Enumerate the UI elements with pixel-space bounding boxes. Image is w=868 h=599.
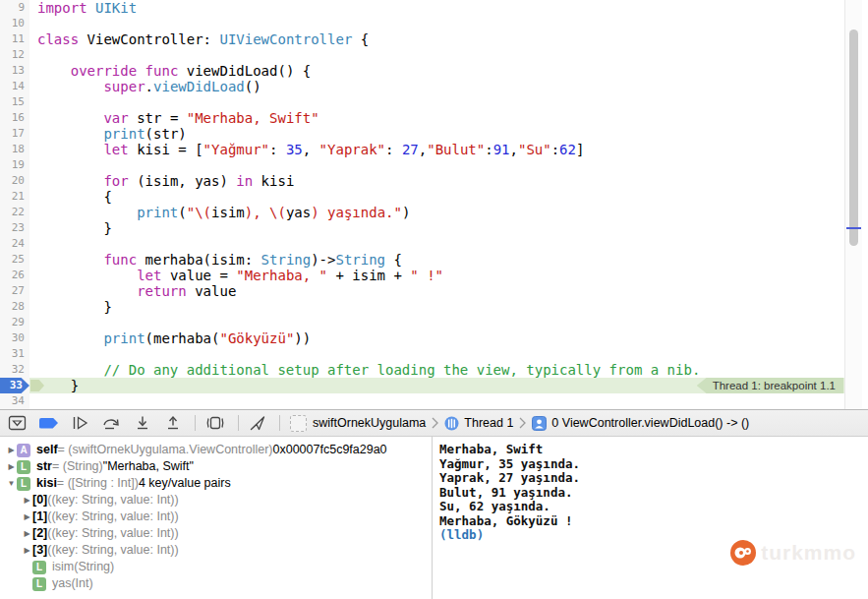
breakpoint-marker[interactable]: 33 bbox=[0, 378, 29, 393]
step-out-button[interactable] bbox=[164, 412, 182, 434]
code-line[interactable]: for (isim, yas) in kisi bbox=[29, 173, 862, 189]
code-line[interactable]: var str = "Merhaba, Swift" bbox=[29, 110, 862, 126]
line-number[interactable]: 10 bbox=[0, 16, 29, 31]
variable-row[interactable]: ▶[1] ((key: String, value: Int)) bbox=[0, 509, 432, 525]
step-into-button[interactable] bbox=[134, 412, 151, 434]
code-line[interactable]: super.viewDidLoad() bbox=[29, 79, 862, 94]
editor-scrollbar[interactable] bbox=[844, 0, 862, 409]
line-number[interactable]: 17 bbox=[0, 126, 29, 142]
line-number[interactable]: 31 bbox=[0, 346, 29, 362]
disclosure-triangle-icon[interactable]: ▶ bbox=[22, 509, 32, 525]
code-line[interactable]: override func viewDidLoad() { bbox=[29, 63, 862, 79]
line-number[interactable]: 28 bbox=[0, 299, 29, 315]
hide-debug-area-button[interactable] bbox=[8, 412, 27, 434]
disclosure-triangle-icon[interactable]: ▶ bbox=[22, 542, 32, 559]
code-line[interactable] bbox=[29, 94, 862, 110]
disclosure-triangle-icon[interactable]: ▶ bbox=[22, 492, 32, 509]
activate-breakpoints-button[interactable] bbox=[39, 412, 58, 434]
scrollbar-thumb[interactable] bbox=[849, 30, 858, 246]
disclosure-triangle-icon[interactable]: ▶ bbox=[22, 525, 32, 542]
console-line: Yaprak, 27 yaşında. bbox=[439, 471, 868, 486]
variable-type: ((key: String, value: Int)) bbox=[47, 509, 178, 525]
variable-row[interactable]: ▶[0] ((key: String, value: Int)) bbox=[0, 492, 432, 509]
variable-row[interactable]: Lyas (Int) bbox=[0, 575, 432, 592]
line-number[interactable]: 27 bbox=[0, 283, 29, 299]
console-line: Merhaba, Gökyüzü ! bbox=[439, 514, 868, 529]
code-line[interactable] bbox=[29, 346, 862, 362]
variable-row[interactable]: Lisim (String) bbox=[0, 559, 432, 575]
code-line[interactable]: func merhaba(isim: String)->String { bbox=[29, 252, 862, 268]
code-line[interactable]: let kisi = ["Yağmur": 35, "Yaprak": 27,"… bbox=[29, 142, 862, 157]
toolbar-separator bbox=[238, 415, 239, 431]
source-editor[interactable]: 9101112131415161718192021222324252627282… bbox=[0, 0, 862, 409]
step-over-icon bbox=[101, 415, 121, 431]
line-number[interactable]: 24 bbox=[0, 236, 29, 252]
code-line[interactable] bbox=[29, 16, 862, 31]
code-line[interactable]: { bbox=[29, 189, 862, 205]
variable-name: [2] bbox=[32, 525, 47, 542]
chevron-right-icon bbox=[519, 417, 526, 429]
variable-name: [3] bbox=[32, 542, 47, 559]
line-number[interactable]: 13 bbox=[0, 63, 29, 79]
line-number[interactable]: 19 bbox=[0, 157, 29, 173]
step-over-button[interactable] bbox=[101, 412, 121, 434]
disclosure-triangle-icon[interactable]: ▶ bbox=[6, 442, 17, 458]
line-number[interactable]: 9 bbox=[0, 0, 29, 16]
breadcrumb-frame[interactable]: 0 ViewController.viewDidLoad() -> () bbox=[551, 416, 749, 430]
continue-button[interactable] bbox=[71, 412, 88, 434]
code-line[interactable]: class ViewController: UIViewController { bbox=[29, 31, 862, 47]
line-number[interactable]: 15 bbox=[0, 94, 29, 110]
line-number[interactable]: 26 bbox=[0, 268, 29, 283]
code-line[interactable]: import UIKit bbox=[29, 0, 862, 16]
scrollbar-position-marker bbox=[846, 227, 861, 229]
line-number[interactable]: 29 bbox=[0, 315, 29, 330]
disclosure-triangle-icon[interactable]: ▶ bbox=[6, 458, 17, 475]
code-line[interactable] bbox=[29, 236, 862, 252]
code-line[interactable] bbox=[29, 315, 862, 330]
code-line[interactable]: let value = "Merhaba, " + isim + " !" bbox=[29, 268, 862, 283]
breadcrumb-thread[interactable]: Thread 1 bbox=[464, 416, 513, 430]
line-number[interactable]: 30 bbox=[0, 330, 29, 346]
code-line[interactable]: // Do any additional setup after loading… bbox=[29, 362, 862, 378]
variable-name: yas bbox=[52, 575, 71, 592]
line-number[interactable]: 20 bbox=[0, 173, 29, 189]
code-line[interactable]: print("\(isim), \(yas) yaşında.") bbox=[29, 205, 862, 220]
debug-view-hierarchy-button[interactable] bbox=[205, 412, 225, 434]
variable-type: (String) bbox=[74, 559, 114, 575]
variables-view[interactable]: ▶Aself = (swiftOrnekUygulama.ViewControl… bbox=[0, 437, 433, 599]
line-number[interactable]: 25 bbox=[0, 252, 29, 268]
code-line[interactable]: }Thread 1: breakpoint 1.1 bbox=[29, 378, 862, 393]
line-number[interactable]: 32 bbox=[0, 362, 29, 378]
variable-row[interactable]: ▶[2] ((key: String, value: Int)) bbox=[0, 525, 432, 542]
variable-value: 4 key/value pairs bbox=[139, 475, 231, 492]
variable-row[interactable]: ▶Aself = (swiftOrnekUygulama.ViewControl… bbox=[0, 442, 432, 458]
variable-row[interactable]: ▶Lstr = (String) "Merhaba, Swift" bbox=[0, 458, 432, 475]
line-number[interactable]: 16 bbox=[0, 110, 29, 126]
view-hierarchy-icon bbox=[205, 415, 225, 431]
editor-gutter[interactable]: 9101112131415161718192021222324252627282… bbox=[0, 0, 29, 409]
line-number[interactable]: 14 bbox=[0, 79, 29, 94]
simulate-location-button[interactable] bbox=[249, 412, 266, 434]
breadcrumb-app[interactable]: swiftOrnekUygulama bbox=[313, 416, 426, 430]
console-output[interactable]: Merhaba, SwiftYağmur, 35 yaşında.Yaprak,… bbox=[433, 437, 868, 599]
line-number[interactable]: 22 bbox=[0, 205, 29, 220]
variable-row[interactable]: ▼Lkisi = ([String : Int]) 4 key/value pa… bbox=[0, 475, 432, 492]
code-line[interactable]: return value bbox=[29, 283, 862, 299]
console-line: Su, 62 yaşında. bbox=[439, 500, 868, 514]
code-line[interactable]: } bbox=[29, 220, 862, 236]
line-number[interactable]: 12 bbox=[0, 47, 29, 63]
line-number[interactable]: 18 bbox=[0, 142, 29, 157]
code-line[interactable] bbox=[29, 393, 862, 409]
code-pane[interactable]: import UIKitclass ViewController: UIView… bbox=[29, 0, 862, 409]
code-line[interactable] bbox=[29, 157, 862, 173]
code-line[interactable] bbox=[29, 47, 862, 63]
line-number[interactable]: 34 bbox=[0, 393, 29, 409]
code-line[interactable]: print(merhaba("Gökyüzü")) bbox=[29, 330, 862, 346]
code-line[interactable]: } bbox=[29, 299, 862, 315]
line-number[interactable]: 11 bbox=[0, 31, 29, 47]
disclosure-triangle-icon[interactable]: ▼ bbox=[6, 475, 17, 492]
line-number[interactable]: 23 bbox=[0, 220, 29, 236]
variable-row[interactable]: ▶[3] ((key: String, value: Int)) bbox=[0, 542, 432, 559]
line-number[interactable]: 21 bbox=[0, 189, 29, 205]
code-line[interactable]: print(str) bbox=[29, 126, 862, 142]
